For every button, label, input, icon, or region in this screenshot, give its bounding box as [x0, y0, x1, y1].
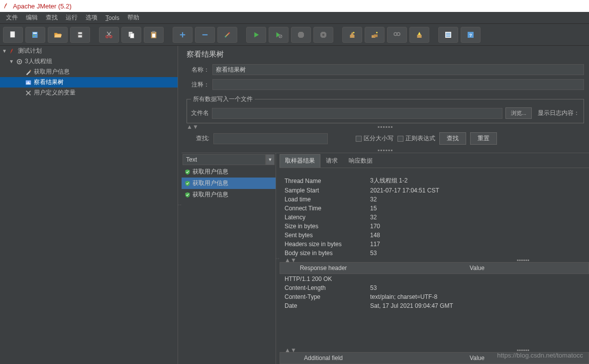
paste-button[interactable] [144, 27, 164, 43]
menu-tools[interactable]: Tools [101, 14, 123, 21]
clear-button[interactable] [342, 27, 362, 43]
name-input[interactable] [212, 64, 584, 75]
horizontal-splitter-1[interactable]: ▲▼▪▪▪▪▪▪ [182, 124, 589, 129]
case-sensitive-checkbox[interactable]: 区分大小写 [356, 134, 393, 143]
tab-request[interactable]: 请求 [320, 154, 343, 168]
svg-marker-22 [254, 32, 259, 37]
panel-title: 察看结果树 [182, 46, 589, 62]
menu-bar: 文件 编辑 查找 运行 选项 Tools 帮助 [0, 12, 589, 24]
menu-edit[interactable]: 编辑 [22, 13, 42, 22]
svg-rect-32 [374, 34, 378, 37]
tree-listener-results[interactable]: 察看结果树 [0, 77, 178, 88]
menu-file[interactable]: 文件 [2, 13, 22, 22]
detail-splitter-2[interactable]: ▲▼▪▪▪▪▪▪ [280, 349, 589, 353]
svg-point-28 [322, 33, 325, 36]
menu-help[interactable]: 帮助 [123, 13, 143, 22]
detail-splitter-1[interactable]: ▲▼▪▪▪▪▪▪ [280, 258, 589, 262]
tree-test-plan[interactable]: ▼测试计划 [0, 46, 178, 56]
save-button[interactable] [70, 27, 90, 43]
toolbar: ? [0, 24, 589, 46]
svg-point-20 [225, 36, 226, 37]
sample-item[interactable]: 获取用户信息 [182, 166, 276, 178]
cut-button[interactable] [99, 27, 119, 43]
reset-button[interactable]: 重置 [470, 132, 497, 145]
clear-all-button[interactable] [365, 27, 385, 43]
response-header-table-head: Response headerValue [280, 262, 589, 274]
templates-button[interactable] [25, 27, 45, 43]
svg-marker-26 [298, 32, 304, 38]
svg-point-4 [33, 35, 35, 36]
svg-rect-50 [29, 83, 30, 84]
comment-label: 注释： [187, 81, 209, 89]
svg-point-34 [394, 32, 397, 35]
filename-input[interactable] [212, 108, 502, 119]
tab-response[interactable]: 响应数据 [343, 154, 378, 168]
results-splitter[interactable]: ⋮ [276, 153, 280, 364]
additional-field-table-head: Additional fieldValue [280, 352, 589, 364]
copy-button[interactable] [121, 27, 141, 43]
svg-rect-37 [417, 35, 422, 38]
menu-options[interactable]: 选项 [82, 13, 101, 22]
expand-button[interactable] [173, 27, 193, 43]
svg-rect-7 [78, 35, 82, 37]
svg-rect-6 [78, 32, 82, 34]
renderer-select[interactable]: Text ▼ [183, 154, 275, 165]
title-bar: Apache JMeter (5.2) [0, 0, 589, 12]
jmeter-icon [3, 2, 10, 9]
menu-search[interactable]: 查找 [42, 13, 62, 22]
function-helper-button[interactable] [409, 27, 429, 43]
sample-item[interactable]: 获取用户信息 [182, 189, 276, 200]
open-button[interactable] [48, 27, 68, 43]
svg-line-25 [280, 35, 282, 37]
filename-label: 文件名 [191, 109, 209, 117]
horizontal-splitter-2[interactable]: ▪▪▪▪▪▪ [182, 148, 589, 153]
tree-user-vars[interactable]: 用户定义的变量 [0, 88, 178, 98]
svg-rect-48 [27, 83, 28, 85]
regex-checkbox[interactable]: 正则表达式 [397, 134, 435, 143]
search-tree-button[interactable] [387, 27, 407, 43]
options-button[interactable] [438, 27, 458, 43]
svg-point-21 [228, 32, 230, 33]
window-title: Apache JMeter (5.2) [13, 2, 72, 10]
test-plan-tree[interactable]: ▼测试计划 ▼3人线程组 获取用户信息 察看结果树 用户定义的变量 [0, 46, 178, 364]
svg-rect-13 [130, 33, 134, 38]
result-tabs: 取样器结果 请求 响应数据 [280, 153, 589, 168]
name-label: 名称： [187, 66, 209, 74]
toggle-button[interactable] [217, 27, 237, 43]
vertical-splitter[interactable]: ⋮ [178, 46, 182, 364]
svg-rect-3 [33, 32, 37, 33]
svg-point-35 [397, 32, 400, 35]
showlog-label: 显示日志内容： [538, 109, 580, 117]
shutdown-button[interactable] [313, 27, 333, 43]
sampler-details-table: Thread Name3人线程组 1-2 Sample Start2021-07… [280, 175, 589, 258]
search-input[interactable] [213, 133, 328, 144]
start-button[interactable] [246, 27, 266, 43]
start-no-pause-button[interactable] [269, 27, 289, 43]
file-write-fieldset: 所有数据写入一个文件 文件名 浏览... 显示日志内容： [187, 95, 584, 123]
comment-input[interactable] [212, 79, 584, 90]
help-button[interactable]: ? [461, 27, 481, 43]
search-label: 查找: [187, 134, 209, 143]
response-header-table: HTTP/1.1 200 OK Content-Length53 Content… [280, 274, 589, 311]
svg-point-33 [376, 32, 378, 33]
sample-list[interactable]: 获取用户信息 获取用户信息 获取用户信息 [182, 166, 276, 364]
svg-point-30 [353, 32, 355, 33]
svg-text:?: ? [469, 32, 472, 37]
collapse-button[interactable] [195, 27, 215, 43]
stop-button[interactable] [291, 27, 311, 43]
tree-sampler[interactable]: 获取用户信息 [0, 67, 178, 77]
search-button[interactable]: 查找 [439, 132, 466, 145]
menu-run[interactable]: 运行 [62, 13, 82, 22]
browse-button[interactable]: 浏览... [505, 107, 532, 119]
svg-rect-16 [152, 33, 155, 37]
svg-rect-15 [152, 31, 155, 32]
svg-rect-29 [350, 35, 355, 38]
tab-sampler-result[interactable]: 取样器结果 [280, 154, 320, 168]
svg-point-45 [18, 61, 20, 63]
tree-thread-group[interactable]: ▼3人线程组 [0, 56, 178, 67]
svg-rect-49 [28, 82, 29, 84]
new-button[interactable] [3, 27, 23, 43]
sample-item[interactable]: 获取用户信息 [182, 178, 276, 189]
svg-rect-46 [30, 70, 31, 71]
chevron-down-icon[interactable]: ▼ [266, 154, 275, 165]
